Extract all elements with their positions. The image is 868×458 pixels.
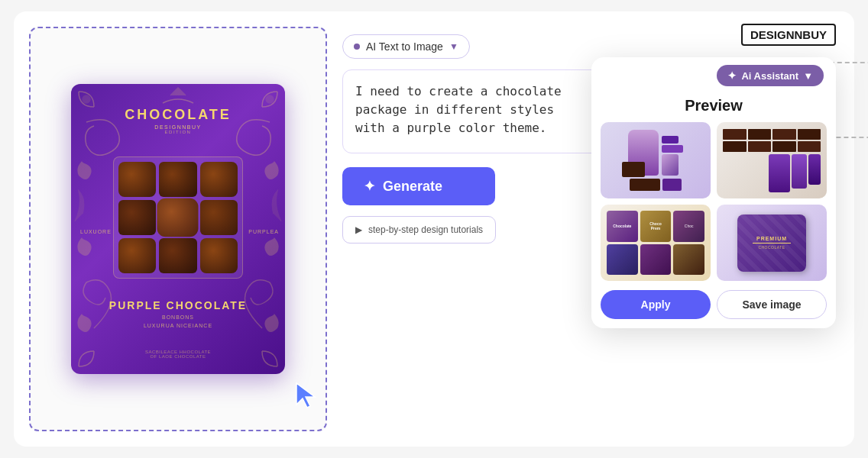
ai-dot [354, 44, 360, 50]
side-label-right: PURPLEA [248, 229, 279, 234]
pack-art [628, 130, 659, 176]
ai-assistant-panel: ✦ Ai Assistant ▼ Preview [591, 57, 836, 328]
ai-chevron-icon: ▼ [803, 70, 813, 82]
cell1-content [628, 130, 683, 176]
footer-text: SACBILEACE HHOCOLATEOF LAOE CHOCOLATE [145, 350, 211, 359]
ai-sparkle-icon: ✦ [727, 69, 737, 82]
design-canvas[interactable]: CHOCOLATE DESIGNNBUY EDITION LUXUORE PUR… [29, 27, 327, 431]
generate-label: Generate [383, 179, 442, 195]
apply-button[interactable]: Apply [601, 290, 711, 319]
dropdown-label: AI Text to Image [366, 40, 443, 53]
premium-wrapper: PREMIUM CHOCOLATE [737, 214, 806, 272]
ai-assistant-button[interactable]: ✦ Ai Assistant ▼ [717, 65, 824, 86]
chocolate-package: CHOCOLATE DESIGNNBUY EDITION LUXUORE PUR… [71, 84, 285, 374]
prompt-input[interactable] [342, 69, 602, 153]
ai-assistant-label: Ai Assistant [741, 70, 798, 82]
cursor-arrow [293, 380, 318, 414]
panel-buttons: Apply Save image [591, 290, 836, 328]
dropdown-chevron-icon: ▼ [449, 41, 458, 52]
tutorial-button[interactable]: ▶ step-by-step design tutorials [342, 216, 496, 244]
svg-point-1 [266, 95, 274, 103]
preview-grid: Chocolate ChocoPrem Choc [591, 122, 836, 290]
cell2-packs [723, 154, 821, 192]
cell2-grid [723, 129, 821, 152]
sparkle-icon: ✦ [364, 178, 375, 195]
chocolate-window [113, 156, 243, 279]
tutorial-icon: ▶ [355, 224, 362, 235]
product-name: PURPLE CHOCOLATE BONBONS LUXURUA NICEIAN… [109, 299, 247, 328]
preview-cell-4[interactable]: PREMIUM CHOCOLATE [717, 205, 827, 281]
main-container: DESIGNNBUY [14, 11, 854, 447]
preview-cell-2[interactable] [717, 122, 827, 198]
cell1-bottom [630, 179, 682, 191]
preview-cell-1[interactable] [601, 122, 711, 198]
side-label-left: LUXUORE [80, 229, 112, 234]
cell3-grid: Chocolate ChocoPrem Choc [607, 211, 704, 275]
preview-title: Preview [591, 94, 836, 122]
tutorial-label: step-by-step design tutorials [368, 224, 483, 235]
generate-button[interactable]: ✦ Generate [342, 167, 495, 205]
svg-marker-2 [296, 383, 315, 408]
ai-text-to-image-dropdown[interactable]: AI Text to Image ▼ [342, 34, 470, 59]
ai-header: ✦ Ai Assistant ▼ [591, 57, 836, 94]
preview-cell-3[interactable]: Chocolate ChocoPrem Choc [601, 205, 711, 281]
bar-stack [662, 136, 683, 176]
svg-point-0 [83, 95, 90, 103]
save-image-button[interactable]: Save image [717, 290, 827, 319]
brand-text: CHOCOLATE DESIGNNBUY EDITION [125, 107, 232, 134]
logo: DESIGNNBUY [741, 24, 836, 46]
